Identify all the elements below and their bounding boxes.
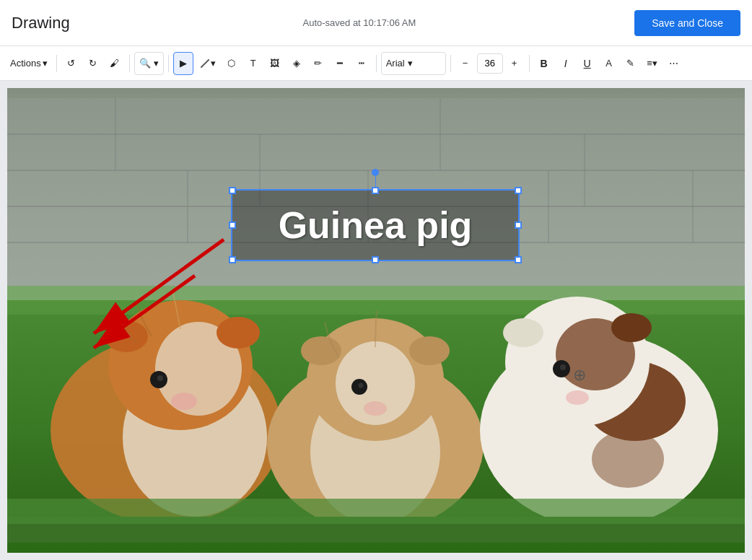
text-tool-button[interactable]: T [243, 52, 263, 75]
resize-handle-top-left[interactable] [229, 187, 236, 194]
align-chevron: ▾ [652, 58, 657, 69]
save-close-button[interactable]: Save and Close [634, 10, 740, 36]
svg-point-20 [105, 320, 148, 352]
zoom-label: 🔍 [139, 58, 151, 69]
svg-point-30 [409, 336, 450, 365]
italic-button[interactable]: I [556, 52, 576, 75]
line-style-button[interactable]: ━ [330, 52, 350, 75]
undo-button[interactable]: ↺ [61, 52, 82, 75]
guinea-pigs-scene [7, 88, 745, 553]
line-dash-button[interactable]: ┅ [351, 52, 372, 75]
autosave-status: Auto-saved at 10:17:06 AM [84, 17, 634, 28]
app-header: Drawing Auto-saved at 10:17:06 AM Save a… [0, 0, 752, 46]
separator-6 [529, 55, 530, 72]
separator-5 [450, 55, 451, 72]
resize-handle-top-center[interactable] [372, 187, 379, 194]
text-box[interactable]: Guinea pig [231, 189, 520, 261]
line-tool-button[interactable]: ▾ [195, 52, 220, 75]
text-content: Guinea pig [279, 204, 473, 247]
separator-2 [129, 55, 130, 72]
align-label: ≡ [647, 58, 652, 69]
actions-label: Actions [10, 58, 41, 69]
drawing-canvas[interactable]: Guinea pig ⊕ [7, 88, 745, 553]
font-family-label: Arial [386, 58, 405, 69]
background-image: Guinea pig ⊕ [7, 88, 745, 553]
underline-button[interactable]: U [577, 52, 598, 75]
redo-button[interactable]: ↻ [83, 52, 103, 75]
canvas-area: Guinea pig ⊕ [0, 81, 752, 560]
text-align-button[interactable]: ≡ ▾ [642, 52, 663, 75]
font-color-button[interactable]: A [599, 52, 619, 75]
toolbar: Actions ▾ ↺ ↻ 🖌 🔍 ▾ ▶ ▾ ⬡ T 🖼 ◈ ✏ ━ ┅ Ar… [0, 46, 752, 81]
svg-point-39 [503, 318, 543, 347]
separator-3 [168, 55, 169, 72]
resize-handle-middle-left[interactable] [229, 222, 236, 229]
svg-point-42 [560, 364, 566, 370]
font-family-chevron: ▾ [408, 58, 413, 69]
pen-tool-button[interactable]: ✏ [308, 52, 328, 75]
bold-button[interactable]: B [534, 52, 554, 75]
line-chevron: ▾ [211, 58, 216, 69]
font-size-increase-button[interactable]: + [504, 52, 525, 75]
app-title: Drawing [12, 14, 70, 32]
image-tool-button[interactable]: 🖼 [265, 52, 285, 75]
shape-tool-button[interactable]: ⬡ [222, 52, 242, 75]
actions-chevron: ▾ [43, 58, 48, 69]
font-size-group: − + [455, 52, 525, 75]
fill-color-button[interactable]: ◈ [287, 52, 307, 75]
zoom-dropdown[interactable]: 🔍 ▾ [134, 52, 164, 75]
svg-point-33 [364, 401, 387, 416]
select-tool-button[interactable]: ▶ [173, 52, 193, 75]
svg-point-32 [359, 383, 364, 388]
svg-point-43 [566, 390, 589, 405]
resize-handle-bottom-right[interactable] [515, 256, 522, 263]
svg-rect-15 [7, 286, 745, 315]
svg-point-24 [171, 393, 197, 410]
font-family-dropdown[interactable]: Arial ▾ [381, 52, 446, 75]
font-size-input[interactable] [477, 53, 503, 74]
resize-handle-top-right[interactable] [515, 187, 522, 194]
separator-4 [376, 55, 377, 72]
font-size-decrease-button[interactable]: − [455, 52, 476, 75]
rotation-handle[interactable] [372, 169, 379, 176]
svg-point-23 [157, 375, 163, 381]
separator-1 [56, 55, 57, 72]
svg-rect-45 [7, 499, 745, 524]
svg-point-40 [611, 313, 652, 342]
highlight-button[interactable]: ✎ [621, 52, 641, 75]
svg-point-21 [217, 317, 260, 349]
actions-menu[interactable]: Actions ▾ [6, 52, 52, 75]
svg-point-36 [592, 430, 664, 488]
zoom-chevron: ▾ [154, 58, 159, 69]
more-options-button[interactable]: ⋯ [664, 52, 684, 75]
resize-handle-bottom-center[interactable] [372, 256, 379, 263]
resize-handle-bottom-left[interactable] [229, 256, 236, 263]
paint-format-button[interactable]: 🖌 [105, 52, 125, 75]
resize-handle-middle-right[interactable] [515, 222, 522, 229]
